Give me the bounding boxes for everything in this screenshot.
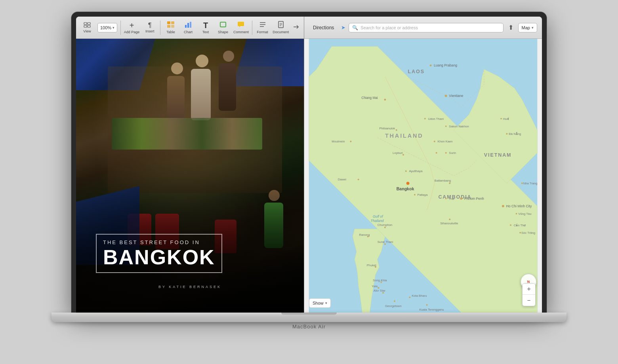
svg-rect-5: [171, 21, 174, 24]
svg-text:Sihanoukville: Sihanoukville: [440, 222, 458, 225]
map-type-selector[interactable]: Map ▾: [518, 23, 537, 32]
svg-text:Battambang: Battambang: [435, 179, 451, 182]
svg-text:Ayutthaya: Ayutthaya: [409, 169, 423, 173]
table-toolbar-item[interactable]: Table: [163, 19, 179, 36]
search-placeholder: Search for a place or address: [360, 25, 418, 30]
svg-point-58: [405, 171, 407, 172]
svg-text:LAOS: LAOS: [408, 69, 425, 74]
zoom-arrow: ▾: [113, 26, 114, 30]
svg-point-46: [426, 304, 428, 306]
svg-point-88: [378, 287, 380, 289]
svg-point-82: [449, 219, 450, 220]
zoom-value: 100%: [100, 25, 111, 30]
document-title-box: THE BEST STREET FOOD IN BANGKOK: [96, 234, 222, 273]
svg-point-100: [436, 152, 437, 154]
add-page-toolbar-item[interactable]: + Add Page: [123, 20, 140, 36]
document-label: Document: [273, 30, 289, 34]
text-toolbar-item[interactable]: T Text: [198, 20, 214, 36]
format-icon: [259, 21, 267, 29]
svg-rect-3: [88, 25, 90, 27]
svg-point-36: [460, 197, 462, 200]
share-icon[interactable]: ⬆: [507, 22, 515, 33]
document-title-area: THE BEST STREET FOOD IN BANGKOK BY KATIE…: [96, 234, 284, 289]
svg-point-34: [384, 99, 386, 100]
insert-toolbar-item[interactable]: ¶ Insert: [142, 21, 158, 35]
format-label: Format: [257, 30, 268, 34]
macbook-model-label: MacBook Air: [292, 324, 326, 330]
svg-text:Georgetown: Georgetown: [385, 304, 402, 308]
map-area[interactable]: LAOS THAILAND CAMBODIA VIETNAM Luang Pra…: [304, 39, 542, 313]
shape-label: Shape: [218, 30, 228, 34]
svg-point-32: [406, 182, 410, 185]
svg-text:Bangkok: Bangkok: [397, 186, 414, 191]
map-type-label: Map: [522, 25, 530, 30]
svg-point-56: [424, 118, 426, 119]
comment-label: Comment: [233, 30, 249, 34]
svg-text:Pattaya: Pattaya: [418, 193, 428, 197]
zoom-control[interactable]: 100% ▾: [97, 23, 117, 32]
svg-point-80: [445, 125, 447, 127]
svg-text:Phitsanulok: Phitsanulok: [379, 127, 395, 130]
svg-text:Song Khla: Song Khla: [373, 279, 387, 282]
svg-rect-4: [167, 21, 170, 24]
map-zoom-controls: ＋ －: [522, 283, 536, 306]
screen-inner: View 100% ▾ + Add Page ¶: [76, 17, 542, 313]
chart-toolbar-item[interactable]: Chart: [180, 19, 196, 36]
svg-text:THAILAND: THAILAND: [385, 133, 423, 139]
comment-toolbar-item[interactable]: Comment: [233, 19, 250, 36]
svg-text:Surin: Surin: [449, 151, 456, 155]
maps-search-bar[interactable]: 🔍 Search for a place or address: [349, 23, 503, 32]
text-label: Text: [202, 30, 209, 34]
svg-text:Vũng Tàu: Vũng Tàu: [518, 212, 531, 216]
svg-text:Chiang Mai: Chiang Mai: [361, 96, 378, 100]
svg-text:Ho Chi Minh City: Ho Chi Minh City: [506, 204, 532, 208]
show-chevron: ▾: [325, 301, 327, 305]
svg-point-84: [384, 227, 386, 228]
location-arrow-icon: ➤: [341, 25, 345, 30]
table-label: Table: [166, 30, 175, 34]
document-toolbar-item[interactable]: Document: [272, 19, 290, 36]
svg-text:Huế: Huế: [503, 117, 509, 121]
macbook-footer: MacBook Air: [52, 313, 566, 330]
svg-point-60: [449, 182, 450, 184]
format-toolbar-item[interactable]: Format: [255, 19, 271, 36]
document-main-title: BANGKOK: [103, 247, 215, 267]
directions-button[interactable]: Directions: [309, 23, 338, 32]
map-svg: LAOS THAILAND CAMBODIA VIETNAM Luang Pra…: [304, 39, 542, 313]
svg-text:Trat: Trat: [449, 197, 454, 201]
maps-toolbar: Directions ➤ 🔍 Search for a place or add…: [304, 17, 542, 39]
svg-point-72: [350, 141, 351, 142]
svg-text:Nha Trang: Nha Trang: [523, 182, 538, 185]
svg-text:Sakon Nakhon: Sakon Nakhon: [449, 125, 469, 128]
svg-point-30: [445, 95, 447, 97]
view-icon: [84, 22, 91, 28]
svg-text:Sóc Trăng: Sóc Trăng: [521, 231, 535, 235]
svg-marker-13: [239, 26, 240, 27]
svg-rect-7: [171, 25, 174, 28]
view-toolbar-item[interactable]: View: [79, 21, 95, 35]
svg-text:Kota Bharu: Kota Bharu: [412, 294, 427, 298]
svg-point-62: [445, 198, 447, 199]
toolbar-more-btn[interactable]: [291, 22, 301, 33]
macbook-screen: View 100% ▾ + Add Page ¶: [71, 12, 547, 313]
svg-rect-9: [187, 23, 189, 28]
screen-content: View 100% ▾ + Add Page ¶: [76, 17, 542, 313]
svg-rect-8: [185, 25, 187, 28]
svg-text:Alor Star: Alor Star: [374, 289, 385, 292]
svg-text:Thailand: Thailand: [370, 219, 384, 223]
map-show-dropdown[interactable]: Show ▾: [309, 298, 331, 308]
svg-text:Cần Thơ: Cần Thơ: [514, 224, 526, 227]
svg-text:Gulf of: Gulf of: [373, 214, 383, 218]
shape-toolbar-item[interactable]: Shape: [215, 19, 231, 36]
svg-text:Udon Thani: Udon Thani: [428, 117, 444, 121]
text-icon: T: [203, 21, 208, 29]
zoom-in-button[interactable]: ＋: [523, 284, 535, 295]
svg-point-64: [510, 224, 511, 226]
svg-text:Luang Prabang: Luang Prabang: [434, 63, 457, 67]
svg-text:Ranong: Ranong: [359, 233, 370, 237]
search-icon: 🔍: [352, 25, 358, 30]
svg-text:Phnom Penh: Phnom Penh: [464, 197, 484, 201]
zoom-out-button[interactable]: －: [523, 295, 535, 306]
svg-rect-0: [84, 23, 87, 25]
svg-point-40: [414, 194, 416, 195]
